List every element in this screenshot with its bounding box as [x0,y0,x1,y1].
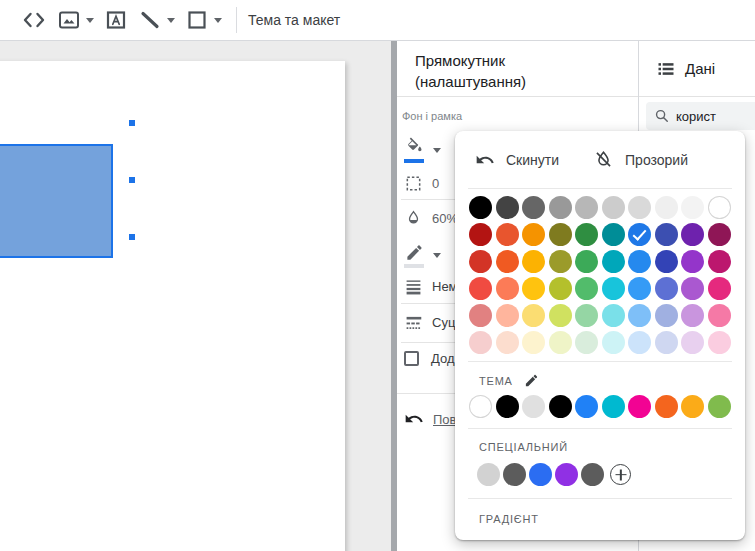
color-swatch[interactable] [575,304,598,327]
color-swatch[interactable] [628,331,651,354]
color-swatch[interactable] [602,196,625,219]
opacity-control[interactable]: 60% [404,209,458,228]
color-swatch[interactable] [655,331,678,354]
color-swatch[interactable] [522,250,545,273]
gradient-section-label[interactable]: ГРАДІЄНТ [479,513,745,525]
color-swatch[interactable] [681,277,704,300]
color-swatch[interactable] [602,304,625,327]
color-swatch[interactable] [655,196,678,219]
color-swatch[interactable] [602,250,625,273]
color-swatch-selected[interactable] [628,223,651,246]
color-swatch[interactable] [602,395,625,418]
color-swatch[interactable] [681,223,704,246]
color-swatch[interactable] [496,196,519,219]
color-swatch[interactable] [602,277,625,300]
border-radius-control[interactable]: 0 [404,174,439,193]
color-swatch[interactable] [628,277,651,300]
border-color-button[interactable] [404,243,424,268]
color-swatch[interactable] [469,304,492,327]
color-swatch[interactable] [708,196,731,219]
color-swatch[interactable] [581,463,604,486]
color-swatch[interactable] [529,463,552,486]
transparent-color-button[interactable]: Прозорий [593,149,688,170]
color-swatch[interactable] [681,304,704,327]
insert-line-button[interactable] [133,5,180,35]
color-swatch[interactable] [522,331,545,354]
insert-shape-button[interactable] [180,5,227,35]
edit-theme-pencil-icon[interactable] [524,373,539,388]
color-swatch[interactable] [655,395,678,418]
resize-handle-bottom-right[interactable] [128,233,136,241]
color-swatch[interactable] [549,395,572,418]
resize-handle-top-right[interactable] [128,119,136,127]
color-swatch[interactable] [681,331,704,354]
color-swatch[interactable] [496,250,519,273]
color-swatch[interactable] [708,395,731,418]
report-canvas[interactable] [0,41,391,551]
color-swatch[interactable] [708,277,731,300]
color-swatch[interactable] [708,331,731,354]
color-swatch[interactable] [681,395,704,418]
color-swatch[interactable] [496,304,519,327]
color-swatch[interactable] [522,395,545,418]
color-swatch[interactable] [496,331,519,354]
color-swatch[interactable] [575,250,598,273]
color-swatch[interactable] [655,277,678,300]
report-page[interactable] [0,61,345,551]
color-swatch[interactable] [549,250,572,273]
revert-theme-control[interactable]: Пов [404,409,456,429]
color-swatch[interactable] [469,196,492,219]
color-swatch[interactable] [708,223,731,246]
color-swatch[interactable] [575,277,598,300]
color-swatch[interactable] [681,196,704,219]
color-swatch[interactable] [549,196,572,219]
embed-code-button[interactable] [16,5,52,35]
reset-color-button[interactable]: Скинути [475,150,559,170]
color-swatch[interactable] [503,463,526,486]
color-swatch[interactable] [496,395,519,418]
color-swatch[interactable] [496,223,519,246]
border-color-control[interactable] [404,243,441,268]
color-swatch[interactable] [708,250,731,273]
color-swatch[interactable] [522,223,545,246]
color-swatch[interactable] [681,250,704,273]
resize-handle-middle-right[interactable] [128,176,136,184]
color-swatch[interactable] [522,304,545,327]
color-swatch[interactable] [575,395,598,418]
color-swatch[interactable] [469,223,492,246]
color-swatch[interactable] [477,463,500,486]
color-swatch[interactable] [522,196,545,219]
selected-rectangle[interactable] [0,144,113,258]
color-swatch[interactable] [469,250,492,273]
add-custom-color-button[interactable] [610,464,631,485]
color-swatch[interactable] [628,304,651,327]
color-swatch[interactable] [602,223,625,246]
color-swatch[interactable] [655,250,678,273]
color-swatch[interactable] [708,304,731,327]
theme-layout-button[interactable]: Тема та макет [248,12,340,28]
color-swatch[interactable] [555,463,578,486]
color-swatch[interactable] [469,395,492,418]
color-swatch[interactable] [628,395,651,418]
color-swatch[interactable] [602,331,625,354]
tab-data[interactable]: Дані [639,41,755,97]
color-swatch[interactable] [549,277,572,300]
revert-theme-link[interactable]: Пов [433,412,456,427]
color-swatch[interactable] [575,223,598,246]
color-swatch[interactable] [628,250,651,273]
color-swatch[interactable] [469,277,492,300]
fill-color-control[interactable] [404,137,441,163]
color-swatch[interactable] [549,331,572,354]
color-swatch[interactable] [575,196,598,219]
color-swatch[interactable] [628,196,651,219]
fill-color-button[interactable] [404,137,424,163]
insert-image-button[interactable] [52,5,99,35]
color-swatch[interactable] [549,223,572,246]
color-swatch[interactable] [549,304,572,327]
field-search-box[interactable] [646,102,755,130]
color-swatch[interactable] [655,304,678,327]
color-swatch[interactable] [655,223,678,246]
color-swatch[interactable] [575,331,598,354]
color-swatch[interactable] [496,277,519,300]
color-swatch[interactable] [469,331,492,354]
